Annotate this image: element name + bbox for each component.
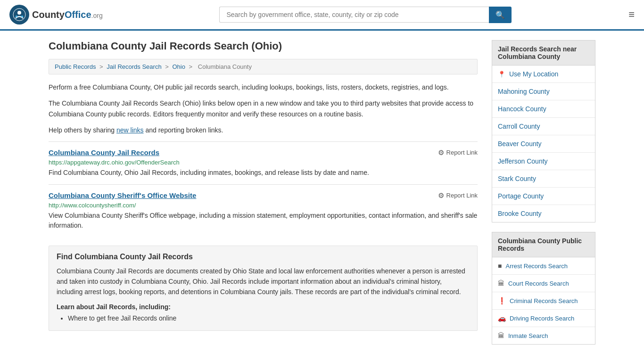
logo[interactable]: CountyOffice.org [9,5,103,25]
report-label: Report Link [446,149,478,156]
search-icon: 🔍 [495,11,505,19]
pubrecord-icon: ■ [498,262,502,270]
find-title: Find Columbiana County Jail Records [57,253,470,261]
pubrecords-item[interactable]: 🏛Inmate Search [492,327,595,344]
report-link[interactable]: ⚙ Report Link [438,148,478,157]
breadcrumb-jail-records[interactable]: Jail Records Search [107,63,161,70]
learn-item: Where to get free Jail Records online [68,314,470,322]
record-url[interactable]: https://appgateway.drc.ohio.gov/Offender… [49,159,478,166]
description-para3: Help others by sharing new links and rep… [49,125,478,135]
sidebar-nearby-item[interactable]: 📍Use My Location [492,66,595,83]
breadcrumb-sep-3: > [189,63,194,70]
pubrecord-link[interactable]: Arrest Records Search [505,263,568,270]
sidebar-nearby-item[interactable]: Portage County [492,188,595,205]
report-label: Report Link [446,192,478,199]
pubrecord-link[interactable]: Criminal Records Search [510,297,578,304]
svg-point-1 [17,11,21,15]
sidebar-nearby-item[interactable]: Stark County [492,170,595,188]
sidebar-item-label: Use My Location [509,70,558,78]
sidebar-item-label: Jefferson County [498,157,548,165]
learn-list: Where to get free Jail Records online [57,314,470,322]
breadcrumb-public-records[interactable]: Public Records [55,63,96,70]
pubrecord-icon: 🏛 [498,280,504,287]
record-title[interactable]: Columbiana County Sheriff's Office Websi… [49,191,196,199]
sidebar-item-label: Mahoning County [498,88,550,95]
new-links[interactable]: new links [116,126,144,134]
sidebar-nearby-item[interactable]: Mahoning County [492,83,595,100]
search-button[interactable]: 🔍 [489,7,512,23]
pubrecord-icon: 🏛 [498,332,504,339]
pubrecords-heading: Columbiana County Public Records [492,232,595,257]
svg-point-3 [21,16,23,17]
pubrecords-list: ■Arrest Records Search🏛Court Records Sea… [492,257,595,345]
sidebar-nearby-item[interactable]: Hancock County [492,100,595,118]
logo-icon [9,5,29,25]
pubrecords-item[interactable]: 🚗Driving Records Search [492,310,595,327]
svg-point-2 [16,16,17,17]
logo-text: CountyOffice.org [32,9,103,20]
menu-icon[interactable]: ≡ [628,8,635,21]
nearby-section: Jail Records Search near Columbiana Coun… [492,40,595,222]
content-area: Columbiana County Jail Records Search (O… [49,40,478,354]
pubrecord-link[interactable]: Court Records Search [508,280,569,287]
breadcrumb-sep-1: > [99,63,105,70]
page-title: Columbiana County Jail Records Search (O… [49,40,478,52]
learn-title: Learn about Jail Records, including: [57,303,470,311]
header: CountyOffice.org 🔍 ≡ [0,0,644,31]
find-section: Find Columbiana County Jail Records Colu… [49,246,478,331]
breadcrumb-ohio[interactable]: Ohio [172,63,185,70]
record-item: Columbiana County Jail Records ⚙ Report … [49,141,478,184]
find-description: Columbiana County Jail Records are docum… [57,266,470,297]
record-header: Columbiana County Jail Records ⚙ Report … [49,148,478,157]
sidebar-item-label: Hancock County [498,105,546,113]
sidebar-item-label: Brooke County [498,210,542,217]
main-container: Columbiana County Jail Records Search (O… [39,31,605,362]
sidebar-item-label: Portage County [498,192,544,200]
sidebar-item-label: Stark County [498,175,536,182]
search-input[interactable] [219,7,489,23]
sidebar-item-label: Beaver County [498,140,542,148]
record-description: View Columbiana County Sheriff's Office … [49,211,478,230]
sidebar-nearby-item[interactable]: Jefferson County [492,153,595,170]
pubrecords-item[interactable]: ❗Criminal Records Search [492,292,595,310]
record-title[interactable]: Columbiana County Jail Records [49,148,159,156]
search-area: 🔍 [219,7,512,23]
record-url[interactable]: http://www.colcountysheriff.com/ [49,202,478,209]
sidebar-item-label: Carroll County [498,123,540,130]
record-item: Columbiana County Sheriff's Office Websi… [49,184,478,237]
pubrecord-icon: 🚗 [498,314,506,322]
pubrecord-link[interactable]: Driving Records Search [510,315,574,322]
description-para1: Perform a free Columbiana County, OH pub… [49,82,478,92]
breadcrumb-sep-2: > [165,63,170,70]
record-description: Find Columbiana County, Ohio Jail Record… [49,168,478,178]
sidebar-nearby-item[interactable]: Carroll County [492,118,595,135]
report-icon: ⚙ [438,148,444,157]
sidebar-nearby-item[interactable]: Brooke County [492,205,595,222]
sidebar-nearby-item[interactable]: Beaver County [492,135,595,153]
report-link[interactable]: ⚙ Report Link [438,191,478,200]
pubrecord-link[interactable]: Inmate Search [508,332,548,339]
record-header: Columbiana County Sheriff's Office Websi… [49,191,478,200]
sidebar: Jail Records Search near Columbiana Coun… [492,40,595,354]
pubrecords-item[interactable]: 🏛Court Records Search [492,275,595,292]
nearby-heading: Jail Records Search near Columbiana Coun… [492,40,595,66]
breadcrumb-county: Columbiana County [198,63,252,70]
nearby-list: 📍Use My LocationMahoning CountyHancock C… [492,66,595,222]
pubrecords-section: Columbiana County Public Records ■Arrest… [492,232,595,345]
breadcrumb: Public Records > Jail Records Search > O… [49,59,478,74]
pubrecord-icon: ❗ [498,297,506,304]
pubrecords-item[interactable]: ■Arrest Records Search [492,257,595,275]
report-icon: ⚙ [438,191,444,200]
location-icon: 📍 [498,71,505,78]
record-list: Columbiana County Jail Records ⚙ Report … [49,141,478,237]
description-para2: The Columbiana County Jail Records Searc… [49,98,478,119]
